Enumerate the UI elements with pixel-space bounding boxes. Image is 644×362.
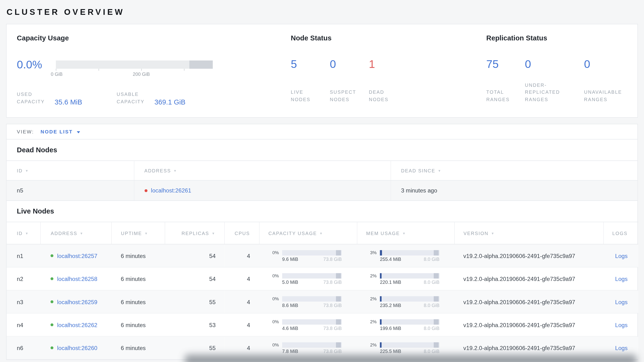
- capacity-percent: 0%: [268, 296, 279, 301]
- col-header-address[interactable]: ADDRESS: [134, 161, 390, 180]
- live-nodes-heading: Live Nodes: [7, 201, 638, 222]
- mem-total: 8.0 GiB: [424, 349, 440, 354]
- capacity-usage-title: Capacity Usage: [17, 34, 281, 42]
- mem-total: 8.0 GiB: [424, 326, 440, 331]
- live-nodes-table: ID ADDRESS UPTIME REPLICAS CPUS CAPACITY…: [7, 222, 638, 359]
- mem-usage-cell: 2% 199.6 MiB 8.0 GiB: [357, 313, 454, 336]
- node-address-link[interactable]: localhost:26257: [57, 253, 98, 259]
- col-header-capacity-usage[interactable]: CAPACITY USAGE: [259, 222, 357, 244]
- under-replicated-count: 0: [525, 58, 584, 71]
- total-ranges-stat: 75 TOTAL RANGES: [486, 58, 525, 104]
- sort-arrow-icon: [173, 169, 177, 172]
- mem-mini-bar: [380, 250, 440, 255]
- chevron-down-icon[interactable]: [77, 131, 80, 133]
- mem-total: 8.0 GiB: [424, 257, 440, 262]
- node-id-cell: n1: [7, 244, 40, 267]
- live-node-row: n2 localhost:26258 6 minutes 54 4 0%: [7, 267, 638, 290]
- version-cell: v19.2.0-alpha.20190606-2491-gfe735c9a97: [454, 313, 604, 336]
- axis-tick: [56, 69, 56, 71]
- version-cell: v19.2.0-alpha.20190606-2491-gfe735c9a97: [454, 267, 604, 290]
- usable-capacity-stat: USABLE CAPACITY 369.1 GiB: [117, 91, 186, 105]
- capacity-usage-cell: 0% 4.6 MiB 73.8 GiB: [259, 313, 357, 336]
- live-status-dot-icon: [50, 323, 54, 326]
- mem-total: 8.0 GiB: [424, 279, 440, 285]
- node-address-cell: localhost:26262: [40, 313, 112, 336]
- col-header-address[interactable]: ADDRESS: [40, 222, 112, 244]
- node-id-cell: n3: [7, 290, 40, 313]
- replicas-cell: 53: [165, 313, 224, 336]
- node-address-cell: localhost:26257: [40, 244, 112, 267]
- node-address-cell: localhost:26258: [40, 267, 112, 290]
- node-address-link[interactable]: localhost:26259: [57, 298, 98, 305]
- replication-status-panel: Replication Status 75 TOTAL RANGES 0 UND…: [476, 24, 637, 117]
- replicas-cell: 54: [165, 267, 224, 290]
- logs-link[interactable]: Logs: [615, 322, 628, 328]
- logs-link[interactable]: Logs: [615, 298, 628, 305]
- dead-status-dot-icon: [144, 189, 147, 192]
- unavailable-label: UNAVAILABLE RANGES: [584, 89, 629, 104]
- capacity-usage-cell: 0% 9.6 MiB 73.8 GiB: [259, 244, 357, 267]
- node-address-link[interactable]: localhost:26262: [57, 322, 98, 328]
- used-capacity-value: 35.6 MiB: [55, 98, 82, 106]
- capacity-total: 73.8 GiB: [324, 303, 342, 308]
- mem-used: 235.2 MiB: [380, 303, 401, 308]
- live-node-row: n4 localhost:26262 6 minutes 53 4 0%: [7, 313, 638, 336]
- logs-link[interactable]: Logs: [615, 275, 628, 282]
- unavailable-count: 0: [584, 58, 638, 71]
- col-header-logs: LOGS: [604, 222, 638, 244]
- capacity-percent: 0%: [268, 342, 279, 347]
- mem-usage-cell: 2% 235.2 MiB 8.0 GiB: [357, 290, 454, 313]
- capacity-total: 73.8 GiB: [324, 349, 342, 354]
- col-header-replicas[interactable]: REPLICAS: [165, 222, 224, 244]
- used-capacity-stat: USED CAPACITY 35.6 MiB: [17, 91, 117, 105]
- mem-percent: 2%: [366, 342, 377, 347]
- sort-arrow-icon: [25, 232, 29, 235]
- dead-nodes-label: DEAD NODES: [369, 89, 393, 104]
- mem-percent: 2%: [366, 296, 377, 301]
- col-header-mem-usage[interactable]: MEM USAGE: [357, 222, 454, 244]
- node-status-panel: Node Status 5 LIVE NODES 0 SUSPECT NODES…: [280, 24, 476, 117]
- capacity-bar-track: [56, 61, 213, 69]
- sort-arrow-icon: [80, 232, 84, 235]
- node-address-cell: localhost:26259: [40, 290, 112, 313]
- sort-arrow-icon: [438, 169, 442, 172]
- view-selector[interactable]: NODE LIST: [40, 129, 73, 135]
- dead-node-row: n5 localhost:26261 3 minutes ago: [7, 180, 638, 201]
- node-address-link[interactable]: localhost:26260: [57, 344, 98, 351]
- suspect-nodes-count: 0: [330, 58, 369, 71]
- cpus-cell: 4: [224, 267, 259, 290]
- logs-link[interactable]: Logs: [615, 253, 628, 259]
- capacity-mini-bar: [282, 296, 342, 301]
- col-header-dead-since[interactable]: DEAD SINCE: [390, 161, 637, 180]
- mem-marker: [434, 319, 439, 324]
- capacity-percent: 0%: [268, 319, 279, 324]
- capacity-marker: [336, 342, 341, 347]
- col-header-version[interactable]: VERSION: [454, 222, 604, 244]
- logs-cell: Logs: [604, 290, 638, 313]
- sort-arrow-icon: [144, 232, 148, 235]
- usable-capacity-label: USABLE CAPACITY: [117, 91, 151, 105]
- logs-link[interactable]: Logs: [615, 344, 628, 351]
- capacity-used: 5.0 MiB: [282, 279, 298, 285]
- node-address-cell: localhost:26261: [134, 180, 390, 201]
- mem-usage-cell: 3% 255.4 MiB 8.0 GiB: [357, 244, 454, 267]
- cluster-summary-card: Capacity Usage 0.0% 0 GiB 200 GiB: [6, 24, 638, 118]
- node-address-link[interactable]: localhost:26258: [57, 275, 98, 282]
- capacity-mini-bar: [282, 342, 342, 347]
- total-ranges-label: TOTAL RANGES: [486, 89, 515, 104]
- col-header-id[interactable]: ID: [7, 161, 134, 180]
- mem-used: 225.5 MiB: [380, 349, 401, 354]
- live-status-dot-icon: [50, 254, 54, 257]
- logs-cell: Logs: [604, 267, 638, 290]
- mem-marker: [434, 250, 439, 255]
- capacity-usage-cell: 0% 5.0 MiB 73.8 GiB: [259, 267, 357, 290]
- col-header-cpus[interactable]: CPUS: [224, 222, 259, 244]
- col-header-id[interactable]: ID: [7, 222, 40, 244]
- live-nodes-count: 5: [291, 58, 330, 71]
- version-cell: v19.2.0-alpha.20190606-2491-gfe735c9a97: [454, 244, 604, 267]
- replication-status-title: Replication Status: [486, 34, 637, 42]
- col-header-uptime[interactable]: UPTIME: [111, 222, 165, 244]
- mem-used: 199.6 MiB: [380, 326, 401, 331]
- node-address-link[interactable]: localhost:26261: [151, 187, 191, 194]
- live-node-row: n1 localhost:26257 6 minutes 54 4 0%: [7, 244, 638, 267]
